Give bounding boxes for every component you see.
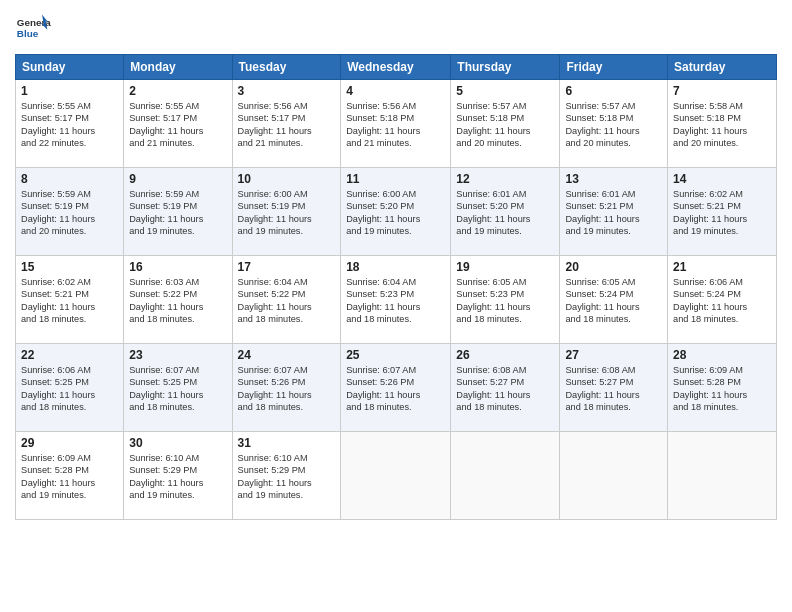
calendar-cell: 24Sunrise: 6:07 AMSunset: 5:26 PMDayligh… — [232, 344, 341, 432]
day-info: Sunrise: 6:00 AMSunset: 5:20 PMDaylight:… — [346, 188, 445, 238]
day-info: Sunrise: 6:05 AMSunset: 5:24 PMDaylight:… — [565, 276, 662, 326]
day-info: Sunrise: 6:05 AMSunset: 5:23 PMDaylight:… — [456, 276, 554, 326]
calendar-cell: 15Sunrise: 6:02 AMSunset: 5:21 PMDayligh… — [16, 256, 124, 344]
day-number: 4 — [346, 84, 445, 98]
day-number: 1 — [21, 84, 118, 98]
week-row-2: 8Sunrise: 5:59 AMSunset: 5:19 PMDaylight… — [16, 168, 777, 256]
day-number: 7 — [673, 84, 771, 98]
calendar-cell: 1Sunrise: 5:55 AMSunset: 5:17 PMDaylight… — [16, 80, 124, 168]
day-number: 29 — [21, 436, 118, 450]
day-info: Sunrise: 5:55 AMSunset: 5:17 PMDaylight:… — [21, 100, 118, 150]
col-thursday: Thursday — [451, 55, 560, 80]
calendar-cell: 17Sunrise: 6:04 AMSunset: 5:22 PMDayligh… — [232, 256, 341, 344]
day-info: Sunrise: 5:56 AMSunset: 5:18 PMDaylight:… — [346, 100, 445, 150]
day-number: 2 — [129, 84, 226, 98]
calendar-cell: 13Sunrise: 6:01 AMSunset: 5:21 PMDayligh… — [560, 168, 668, 256]
day-number: 10 — [238, 172, 336, 186]
day-number: 31 — [238, 436, 336, 450]
calendar-cell: 6Sunrise: 5:57 AMSunset: 5:18 PMDaylight… — [560, 80, 668, 168]
calendar-cell: 19Sunrise: 6:05 AMSunset: 5:23 PMDayligh… — [451, 256, 560, 344]
calendar-table: Sunday Monday Tuesday Wednesday Thursday… — [15, 54, 777, 520]
calendar-cell: 11Sunrise: 6:00 AMSunset: 5:20 PMDayligh… — [341, 168, 451, 256]
calendar-cell: 23Sunrise: 6:07 AMSunset: 5:25 PMDayligh… — [124, 344, 232, 432]
day-info: Sunrise: 6:01 AMSunset: 5:21 PMDaylight:… — [565, 188, 662, 238]
day-number: 21 — [673, 260, 771, 274]
day-info: Sunrise: 5:59 AMSunset: 5:19 PMDaylight:… — [129, 188, 226, 238]
day-number: 24 — [238, 348, 336, 362]
calendar-cell: 28Sunrise: 6:09 AMSunset: 5:28 PMDayligh… — [668, 344, 777, 432]
col-friday: Friday — [560, 55, 668, 80]
day-info: Sunrise: 6:09 AMSunset: 5:28 PMDaylight:… — [673, 364, 771, 414]
day-info: Sunrise: 6:01 AMSunset: 5:20 PMDaylight:… — [456, 188, 554, 238]
day-info: Sunrise: 6:00 AMSunset: 5:19 PMDaylight:… — [238, 188, 336, 238]
day-number: 25 — [346, 348, 445, 362]
calendar-cell: 25Sunrise: 6:07 AMSunset: 5:26 PMDayligh… — [341, 344, 451, 432]
calendar-cell: 20Sunrise: 6:05 AMSunset: 5:24 PMDayligh… — [560, 256, 668, 344]
col-sunday: Sunday — [16, 55, 124, 80]
day-number: 22 — [21, 348, 118, 362]
day-number: 27 — [565, 348, 662, 362]
calendar-cell: 18Sunrise: 6:04 AMSunset: 5:23 PMDayligh… — [341, 256, 451, 344]
week-row-1: 1Sunrise: 5:55 AMSunset: 5:17 PMDaylight… — [16, 80, 777, 168]
day-info: Sunrise: 6:10 AMSunset: 5:29 PMDaylight:… — [238, 452, 336, 502]
calendar-cell: 8Sunrise: 5:59 AMSunset: 5:19 PMDaylight… — [16, 168, 124, 256]
day-number: 6 — [565, 84, 662, 98]
calendar-cell: 10Sunrise: 6:00 AMSunset: 5:19 PMDayligh… — [232, 168, 341, 256]
calendar-cell: 27Sunrise: 6:08 AMSunset: 5:27 PMDayligh… — [560, 344, 668, 432]
calendar-cell — [560, 432, 668, 520]
calendar-cell: 3Sunrise: 5:56 AMSunset: 5:17 PMDaylight… — [232, 80, 341, 168]
day-info: Sunrise: 6:10 AMSunset: 5:29 PMDaylight:… — [129, 452, 226, 502]
calendar-cell: 5Sunrise: 5:57 AMSunset: 5:18 PMDaylight… — [451, 80, 560, 168]
day-number: 15 — [21, 260, 118, 274]
calendar-cell: 21Sunrise: 6:06 AMSunset: 5:24 PMDayligh… — [668, 256, 777, 344]
week-row-3: 15Sunrise: 6:02 AMSunset: 5:21 PMDayligh… — [16, 256, 777, 344]
day-number: 20 — [565, 260, 662, 274]
calendar-cell: 2Sunrise: 5:55 AMSunset: 5:17 PMDaylight… — [124, 80, 232, 168]
calendar-cell — [668, 432, 777, 520]
day-number: 5 — [456, 84, 554, 98]
day-info: Sunrise: 5:56 AMSunset: 5:17 PMDaylight:… — [238, 100, 336, 150]
day-info: Sunrise: 6:09 AMSunset: 5:28 PMDaylight:… — [21, 452, 118, 502]
calendar-cell — [451, 432, 560, 520]
day-number: 13 — [565, 172, 662, 186]
calendar-cell: 29Sunrise: 6:09 AMSunset: 5:28 PMDayligh… — [16, 432, 124, 520]
col-saturday: Saturday — [668, 55, 777, 80]
day-info: Sunrise: 6:07 AMSunset: 5:26 PMDaylight:… — [238, 364, 336, 414]
day-info: Sunrise: 6:04 AMSunset: 5:22 PMDaylight:… — [238, 276, 336, 326]
day-info: Sunrise: 5:59 AMSunset: 5:19 PMDaylight:… — [21, 188, 118, 238]
day-number: 16 — [129, 260, 226, 274]
calendar-cell: 16Sunrise: 6:03 AMSunset: 5:22 PMDayligh… — [124, 256, 232, 344]
day-number: 12 — [456, 172, 554, 186]
day-number: 19 — [456, 260, 554, 274]
day-number: 18 — [346, 260, 445, 274]
page-header: General Blue — [15, 10, 777, 46]
day-info: Sunrise: 6:08 AMSunset: 5:27 PMDaylight:… — [565, 364, 662, 414]
day-info: Sunrise: 6:07 AMSunset: 5:25 PMDaylight:… — [129, 364, 226, 414]
day-number: 30 — [129, 436, 226, 450]
calendar-cell: 30Sunrise: 6:10 AMSunset: 5:29 PMDayligh… — [124, 432, 232, 520]
day-info: Sunrise: 5:58 AMSunset: 5:18 PMDaylight:… — [673, 100, 771, 150]
week-row-5: 29Sunrise: 6:09 AMSunset: 5:28 PMDayligh… — [16, 432, 777, 520]
calendar-cell: 26Sunrise: 6:08 AMSunset: 5:27 PMDayligh… — [451, 344, 560, 432]
week-row-4: 22Sunrise: 6:06 AMSunset: 5:25 PMDayligh… — [16, 344, 777, 432]
calendar-cell: 4Sunrise: 5:56 AMSunset: 5:18 PMDaylight… — [341, 80, 451, 168]
day-info: Sunrise: 5:57 AMSunset: 5:18 PMDaylight:… — [456, 100, 554, 150]
day-number: 26 — [456, 348, 554, 362]
day-number: 8 — [21, 172, 118, 186]
col-tuesday: Tuesday — [232, 55, 341, 80]
calendar-cell: 22Sunrise: 6:06 AMSunset: 5:25 PMDayligh… — [16, 344, 124, 432]
svg-text:Blue: Blue — [17, 28, 39, 39]
day-number: 23 — [129, 348, 226, 362]
calendar-cell: 31Sunrise: 6:10 AMSunset: 5:29 PMDayligh… — [232, 432, 341, 520]
day-info: Sunrise: 6:08 AMSunset: 5:27 PMDaylight:… — [456, 364, 554, 414]
general-blue-logo-icon: General Blue — [15, 10, 51, 46]
day-info: Sunrise: 6:06 AMSunset: 5:25 PMDaylight:… — [21, 364, 118, 414]
col-monday: Monday — [124, 55, 232, 80]
calendar-cell: 7Sunrise: 5:58 AMSunset: 5:18 PMDaylight… — [668, 80, 777, 168]
day-info: Sunrise: 6:07 AMSunset: 5:26 PMDaylight:… — [346, 364, 445, 414]
calendar-cell: 14Sunrise: 6:02 AMSunset: 5:21 PMDayligh… — [668, 168, 777, 256]
day-number: 3 — [238, 84, 336, 98]
day-info: Sunrise: 6:06 AMSunset: 5:24 PMDaylight:… — [673, 276, 771, 326]
calendar-header-row: Sunday Monday Tuesday Wednesday Thursday… — [16, 55, 777, 80]
calendar-cell: 9Sunrise: 5:59 AMSunset: 5:19 PMDaylight… — [124, 168, 232, 256]
